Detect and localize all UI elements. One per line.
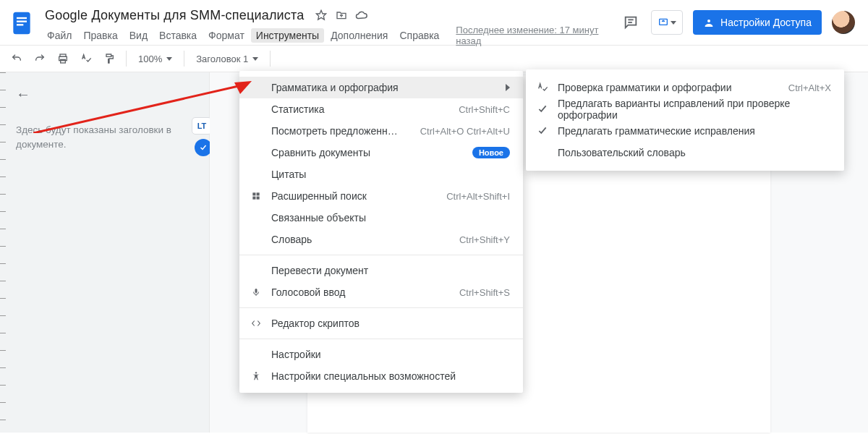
- svg-rect-13: [252, 197, 255, 200]
- star-icon[interactable]: [315, 9, 328, 22]
- microphone-icon: [250, 286, 263, 299]
- divider: [239, 307, 523, 308]
- svg-rect-3: [17, 24, 23, 25]
- vertical-ruler: [0, 72, 6, 433]
- menu-label: Перевести документ: [271, 265, 510, 276]
- tools-item-dictionary[interactable]: Словарь Ctrl+Shift+Y: [239, 229, 523, 250]
- share-button[interactable]: Настройки Доступа: [693, 10, 822, 35]
- explore-icon: [250, 190, 263, 203]
- separator: [126, 51, 127, 67]
- outline-panel: ← Здесь будут показаны заголовки в докум…: [0, 72, 210, 433]
- tools-item-accessibility[interactable]: Настройки специальных возможностей: [239, 365, 523, 387]
- menu-label: Настройки: [271, 349, 510, 360]
- svg-rect-11: [252, 192, 255, 195]
- menu-tools[interactable]: Инструменты: [251, 28, 324, 43]
- svg-rect-0: [13, 12, 30, 34]
- menu-format[interactable]: Формат: [203, 28, 250, 43]
- menu-edit[interactable]: Правка: [78, 28, 122, 43]
- menu-label: Пользовательский словарь: [558, 147, 831, 158]
- share-button-label: Настройки Доступа: [720, 17, 812, 28]
- accessibility-icon: [250, 370, 263, 383]
- submenu-check-spelling[interactable]: Проверка грамматики и орфографии Ctrl+Al…: [526, 77, 844, 98]
- svg-rect-15: [255, 289, 258, 293]
- last-edit-link[interactable]: Последнее изменение: 17 минут назад: [456, 25, 621, 46]
- docs-logo-icon[interactable]: [9, 6, 35, 41]
- zoom-value: 100%: [138, 54, 162, 64]
- submenu-suggest-grammar[interactable]: Предлагать грамматические исправления: [526, 120, 844, 142]
- tools-item-voice[interactable]: Голосовой ввод Ctrl+Shift+S: [239, 281, 523, 303]
- script-editor-icon: [250, 317, 263, 330]
- redo-icon[interactable]: [30, 49, 49, 68]
- menu-addons[interactable]: Дополнения: [326, 28, 393, 43]
- spellcheck-icon[interactable]: [77, 49, 95, 68]
- divider: [239, 339, 523, 339]
- menu-label: Голосовой ввод: [271, 286, 442, 298]
- collapse-outline-icon[interactable]: ←: [16, 85, 30, 103]
- menu-label: Расширенный поиск: [271, 190, 429, 202]
- menu-label: Редактор скриптов: [271, 318, 510, 329]
- menu-label: Статистика: [271, 103, 441, 115]
- menu-shortcut: Ctrl+Alt+O Ctrl+Alt+U: [420, 126, 510, 137]
- menu-insert[interactable]: Вставка: [154, 28, 202, 43]
- menu-label: Сравнить документы: [271, 147, 464, 158]
- divider: [239, 255, 523, 255]
- separator: [184, 51, 184, 67]
- svg-marker-4: [316, 10, 326, 20]
- languagetool-badge[interactable]: LT: [192, 117, 212, 135]
- check-icon: [536, 103, 549, 116]
- undo-icon[interactable]: [7, 49, 26, 68]
- cloud-status-icon[interactable]: [355, 9, 368, 22]
- menu-shortcut: Ctrl+Shift+Y: [459, 234, 510, 245]
- svg-rect-14: [257, 197, 260, 200]
- spelling-submenu: Проверка грамматики и орфографии Ctrl+Al…: [526, 69, 844, 171]
- tools-dropdown: Грамматика и орфография Статистика Ctrl+…: [239, 71, 523, 393]
- menu-shortcut: Ctrl+Shift+S: [459, 287, 510, 298]
- new-badge: Новое: [472, 147, 510, 158]
- menu-label: Посмотреть предложенные правки: [271, 125, 403, 137]
- menu-shortcut: Ctrl+Alt+X: [788, 82, 831, 93]
- tools-item-preferences[interactable]: Настройки: [239, 344, 523, 365]
- chevron-down-icon: [252, 57, 258, 61]
- print-icon[interactable]: [54, 49, 72, 68]
- tools-item-linked[interactable]: Связанные объекты: [239, 207, 523, 229]
- toolbar: 100% Заголовок 1: [0, 45, 868, 72]
- menu-view[interactable]: Вид: [124, 28, 153, 43]
- tools-item-compare[interactable]: Сравнить документы Новое: [239, 142, 523, 163]
- svg-rect-12: [257, 192, 260, 195]
- tools-item-script-editor[interactable]: Редактор скриптов: [239, 312, 523, 334]
- outline-placeholder: Здесь будут показаны заголовки в докумен…: [16, 123, 193, 153]
- menu-label: Проверка грамматики и орфографии: [558, 82, 780, 93]
- tools-item-spelling[interactable]: Грамматика и орфография: [239, 77, 523, 98]
- menu-label: Связанные объекты: [271, 212, 510, 224]
- tools-item-review-edits[interactable]: Посмотреть предложенные правки Ctrl+Alt+…: [239, 120, 523, 142]
- tools-item-translate[interactable]: Перевести документ: [239, 260, 523, 281]
- svg-point-17: [255, 372, 257, 373]
- user-avatar[interactable]: [832, 11, 855, 34]
- check-icon: [536, 124, 549, 137]
- paint-format-icon[interactable]: [100, 49, 119, 68]
- document-title[interactable]: Google Документы для SMM-специалиста: [42, 8, 307, 23]
- tools-item-wordcount[interactable]: Статистика Ctrl+Shift+C: [239, 98, 523, 120]
- submenu-personal-dictionary[interactable]: Пользовательский словарь: [526, 142, 844, 163]
- menu-label: Словарь: [271, 234, 442, 245]
- svg-rect-1: [17, 17, 27, 19]
- zoom-selector[interactable]: 100%: [134, 54, 176, 64]
- style-selector[interactable]: Заголовок 1: [192, 54, 263, 64]
- submenu-arrow-icon: [506, 84, 510, 91]
- submenu-suggest-spelling[interactable]: Предлагать варианты исправлений при пров…: [526, 98, 844, 120]
- menu-shortcut: Ctrl+Alt+Shift+I: [446, 191, 510, 202]
- spellcheck-a-icon: [536, 81, 549, 94]
- menu-label: Предлагать варианты исправлений при пров…: [558, 98, 831, 121]
- menu-help[interactable]: Справка: [394, 28, 444, 43]
- menu-label: Цитаты: [271, 169, 510, 180]
- move-folder-icon[interactable]: [335, 9, 348, 22]
- tools-item-explore[interactable]: Расширенный поиск Ctrl+Alt+Shift+I: [239, 185, 523, 207]
- comments-icon[interactable]: [621, 12, 641, 33]
- present-button[interactable]: [651, 10, 683, 35]
- chevron-down-icon: [671, 21, 676, 25]
- menu-label: Предлагать грамматические исправления: [558, 125, 831, 137]
- menu-bar: Файл Правка Вид Вставка Формат Инструмен…: [42, 26, 621, 45]
- tools-item-citations[interactable]: Цитаты: [239, 163, 523, 185]
- menu-file[interactable]: Файл: [42, 28, 77, 43]
- style-value: Заголовок 1: [196, 54, 248, 64]
